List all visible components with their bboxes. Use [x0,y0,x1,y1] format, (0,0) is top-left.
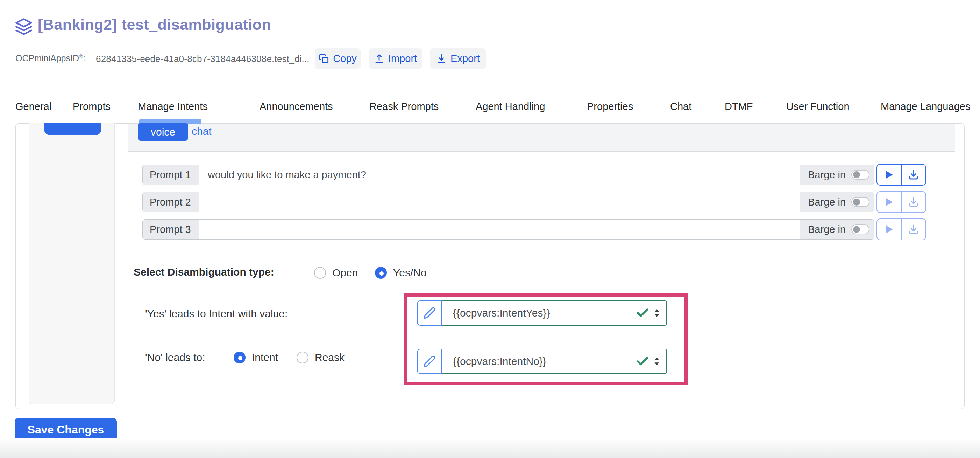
layers-icon [15,18,33,36]
intent-yes-field [441,300,667,326]
stepper-arrows-icon[interactable] [653,356,661,367]
tab-chat[interactable]: Chat [670,101,692,112]
prompt-label: Prompt 3 [143,220,199,239]
radio-yes-no[interactable] [375,267,387,279]
prompt-input[interactable] [199,220,800,239]
download-icon [908,196,919,207]
toggle-knob [853,198,860,206]
play-icon [883,169,895,180]
subtab-chat[interactable]: chat [192,125,212,137]
subtab-voice[interactable]: voice [138,123,188,141]
tab-manage-languages[interactable]: Manage Languages [881,101,970,112]
barge-in-section: Barge in [800,192,874,212]
no-leads-label: 'No' leads to: [145,351,205,364]
playback-buttons [877,191,926,213]
export-button[interactable]: Export [430,48,486,69]
playback-buttons [877,164,926,185]
import-icon [374,54,384,63]
import-button[interactable]: Import [369,48,423,69]
play-button[interactable] [877,164,902,185]
play-icon [883,224,895,235]
copy-button[interactable]: Copy [315,48,361,69]
tab-properties[interactable]: Properties [587,101,633,112]
barge-in-label: Barge in [808,224,846,235]
tab-agent-handling[interactable]: Agent Handling [476,101,545,112]
radio-open-label[interactable]: Open [332,267,358,279]
stepper-arrows-icon[interactable] [653,308,661,318]
radio-intent-label[interactable]: Intent [252,351,278,364]
toggle-knob [853,226,860,233]
tab-announcements[interactable]: Announcements [259,101,333,112]
barge-in-section: Barge in [800,165,874,185]
valid-check-icon [635,306,649,320]
radio-yes-no-label[interactable]: Yes/No [393,267,427,279]
intent-no-field [441,349,667,374]
intent-yes-input[interactable] [442,307,635,319]
pencil-icon [423,307,436,319]
intents-sidebar [29,123,115,404]
tab-reask-prompts[interactable]: Reask Prompts [369,101,439,112]
radio-open[interactable] [314,267,326,279]
miniapps-id-label: OCPminiAppsID®: [15,53,85,63]
radio-reask[interactable] [297,351,309,364]
page-title: [Banking2] test_disambiguation [38,16,271,33]
download-button[interactable] [902,164,926,185]
toggle-knob [853,171,860,178]
tab-general[interactable]: General [15,101,51,112]
prompt-row: Prompt 3 Barge in [142,219,874,239]
channel-subtab-band [128,124,955,152]
download-icon [908,224,919,235]
tab-user-function[interactable]: User Function [786,101,850,112]
valid-check-icon [635,354,649,369]
barge-in-label: Barge in [808,196,846,208]
play-button[interactable] [877,219,902,239]
copy-icon [319,54,329,63]
save-changes-button[interactable]: Save Changes [15,418,117,441]
sidebar-partial-button[interactable] [44,123,102,135]
miniapps-id-value: 62841335-eede-41a0-8cb7-3184a446308e.tes… [96,54,310,64]
barge-in-label: Barge in [808,169,846,181]
radio-reask-label[interactable]: Reask [315,351,345,364]
tab-manage-intents[interactable]: Manage Intents [138,101,208,112]
radio-intent[interactable] [234,351,245,364]
pencil-icon [423,355,436,368]
prompt-input[interactable] [199,165,800,185]
export-icon [436,54,446,63]
tab-dtmf[interactable]: DTMF [725,101,753,112]
download-button[interactable] [902,192,926,212]
prompt-row: Prompt 2 Barge in [142,192,874,212]
download-icon [908,169,919,180]
playback-buttons [877,219,926,240]
play-icon [883,196,895,207]
yes-leads-label: 'Yes' leads to Intent with value: [145,308,288,320]
barge-in-toggle[interactable] [851,197,869,207]
intent-no-input[interactable] [442,356,635,367]
tab-prompts[interactable]: Prompts [73,101,111,112]
prompt-input[interactable] [199,192,800,212]
page-bottom-fade [0,438,980,458]
play-button[interactable] [877,192,902,212]
edit-intent-yes-button[interactable] [417,300,442,326]
barge-in-toggle[interactable] [851,170,869,180]
download-button[interactable] [902,219,926,239]
prompt-row: Prompt 1 Barge in [142,164,874,185]
barge-in-section: Barge in [800,220,874,239]
page: [Banking2] test_disambiguation OCPminiAp… [0,0,980,458]
prompt-label: Prompt 2 [143,192,199,212]
barge-in-toggle[interactable] [851,225,869,234]
disambiguation-type-label: Select Disambiguation type: [134,266,274,278]
prompt-label: Prompt 1 [143,165,199,185]
edit-intent-no-button[interactable] [417,349,442,374]
